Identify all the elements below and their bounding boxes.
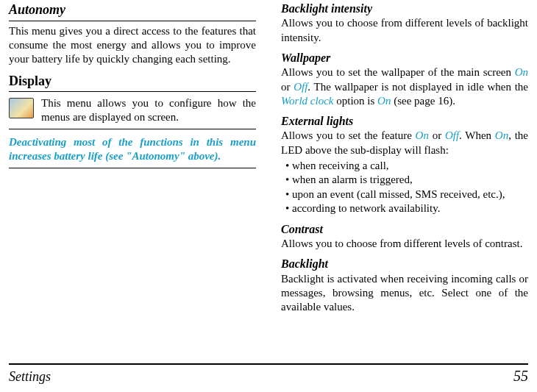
left-column: Autonomy This menu gives you a direct ac… [9, 1, 256, 320]
link-world-clock: World clock [281, 95, 334, 107]
contrast-body: Allows you to choose from different leve… [281, 237, 528, 251]
autonomy-body: This menu gives you a direct access to t… [9, 24, 256, 67]
heading-wallpaper: Wallpaper [281, 51, 528, 65]
heading-backlight: Backlight [281, 257, 528, 271]
link-off: Off [294, 81, 307, 93]
section-external-lights: External lights Allows you to set the fe… [281, 114, 528, 216]
link-on-2: On [377, 95, 391, 107]
heading-autonomy: Autonomy [9, 1, 256, 18]
ext-off: Off [445, 129, 459, 141]
rule [9, 21, 256, 21]
footer-page-number: 55 [513, 368, 528, 385]
backlight-intensity-body: Allows you to choose from different leve… [281, 16, 528, 44]
section-contrast: Contrast Allows you to choose from diffe… [281, 222, 528, 252]
backlight-body: Backlight is activated when receiving in… [281, 272, 528, 315]
section-backlight-intensity: Backlight intensity Allows you to choose… [281, 1, 528, 45]
link-on: On [515, 66, 528, 78]
wallpaper-body: Allows you to set the wallpaper of the m… [281, 65, 528, 108]
external-lights-list: when receiving a call, when an alarm is … [281, 159, 528, 216]
list-item: according to network availability. [285, 202, 528, 216]
page-footer: Settings 55 [9, 363, 528, 385]
display-note: Deactivating most of the functions in th… [9, 132, 256, 168]
external-lights-body: Allows you to set the feature On or Off.… [281, 129, 528, 157]
right-column: Backlight intensity Allows you to choose… [281, 1, 528, 320]
display-callout: This menu allows you to configure how th… [9, 91, 256, 129]
list-item: upon an event (call missed, SMS received… [285, 188, 528, 202]
ext-on-2: On [495, 129, 508, 141]
heading-display: Display [9, 73, 256, 90]
heading-external-lights: External lights [281, 114, 528, 129]
footer-section: Settings [9, 369, 51, 385]
display-icon [9, 98, 34, 118]
section-wallpaper: Wallpaper Allows you to set the wallpape… [281, 51, 528, 108]
list-item: when an alarm is triggered, [285, 173, 528, 188]
ext-on: On [416, 129, 429, 141]
heading-backlight-intensity: Backlight intensity [281, 1, 528, 16]
heading-contrast: Contrast [281, 222, 528, 237]
section-backlight: Backlight Backlight is activated when re… [281, 257, 528, 314]
list-item: when receiving a call, [285, 159, 528, 174]
display-callout-text: This menu allows you to configure how th… [41, 96, 256, 124]
